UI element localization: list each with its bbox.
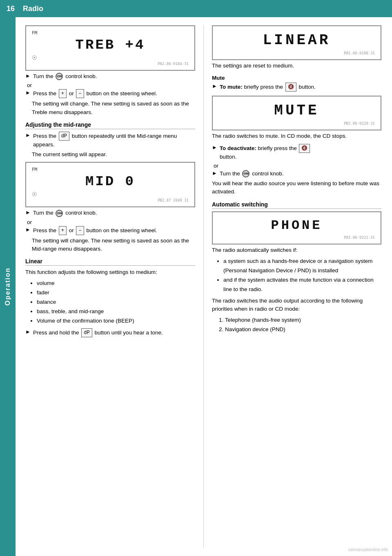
minus-btn-1[interactable]: – bbox=[76, 89, 84, 98]
arrow-icon-9: ► bbox=[212, 170, 217, 176]
main-content: FM TREB +4 ☉ P82.86-9184-31 ► Turn the O… bbox=[16, 17, 392, 556]
mid-fm-label: FM bbox=[32, 167, 37, 172]
auto-note: The radio automatically switches if: bbox=[212, 246, 381, 254]
mute-note: The radio switches to mute. In CD mode, … bbox=[212, 132, 381, 140]
linear-ref: P82.86-9188-31 bbox=[218, 51, 375, 55]
mute-bold: To mute: bbox=[220, 84, 243, 90]
phone-ref: P82.86-9221-31 bbox=[218, 235, 375, 240]
phone-main-text: PHONE bbox=[218, 216, 375, 235]
mid-ref: PB2.87 2849 31 bbox=[32, 198, 189, 202]
arrow-icon-4: ► bbox=[25, 209, 31, 215]
treb-ref: P82.86-9184-31 bbox=[32, 62, 189, 66]
arrow-icon-2: ► bbox=[25, 90, 31, 96]
mid-range-heading: Adjusting the mid-range bbox=[25, 121, 195, 129]
mute-btn-2[interactable]: 🔇 bbox=[299, 144, 310, 153]
mute-ref: PB2.86-9220-31 bbox=[218, 121, 375, 126]
mute-display: MUTE PB2.86-9220-31 bbox=[212, 96, 381, 130]
priority-2: Navigation device (PND) bbox=[225, 325, 381, 334]
mid-main-text: MID 0 bbox=[32, 172, 189, 191]
minus-btn-2[interactable]: – bbox=[76, 226, 84, 235]
header: 16 Radio bbox=[0, 0, 392, 17]
dp-btn-1[interactable]: dP bbox=[59, 132, 69, 141]
priority-list: Telephone (hands-free system) Navigation… bbox=[225, 316, 381, 334]
dp-btn-2[interactable]: dP bbox=[81, 328, 92, 337]
deactivate-text: To deactivate: briefly press the 🔇 butto… bbox=[220, 144, 311, 161]
page-number: 16 bbox=[7, 4, 15, 13]
arrow-icon-6: ► bbox=[25, 329, 31, 335]
or-2: or bbox=[27, 219, 195, 225]
listen-note: You will hear the audio source you were … bbox=[212, 179, 381, 196]
treb-main-text: TREB +4 bbox=[32, 36, 189, 54]
plus-btn-1[interactable]: + bbox=[59, 89, 67, 98]
treb-display: FM TREB +4 ☉ P82.86-9184-31 bbox=[25, 25, 195, 71]
arrow-icon-3: ► bbox=[25, 132, 31, 138]
section-title: Radio bbox=[23, 4, 43, 13]
plus-btn-2[interactable]: + bbox=[59, 226, 67, 235]
sidebar-label: Operation bbox=[4, 267, 11, 306]
bullet-volume: volume bbox=[37, 279, 195, 288]
treb-instr1-text: Turn the ON control knob. bbox=[33, 72, 97, 81]
mute-instr-text: To mute: briefly press the 🔇 button. bbox=[220, 83, 316, 92]
treb-instr2-line: ► Press the + or – button on the steerin… bbox=[25, 89, 195, 98]
linear-bullets: volume fader balance bass, treble, and m… bbox=[37, 279, 195, 326]
bullet-confirmation: Volume of the confirmation tone (BEEP) bbox=[37, 316, 195, 326]
turn-knob-line: ► Turn the ON control knob. bbox=[212, 170, 381, 178]
knob-icon-2: ON bbox=[56, 210, 63, 217]
linear-display: LINEAR P82.86-9188-31 bbox=[212, 25, 381, 60]
or-1: or bbox=[27, 82, 195, 88]
auto-switching-heading: Automatic switching bbox=[212, 201, 381, 209]
bullet-balance: balance bbox=[37, 298, 195, 307]
mid-turn-block: ► Turn the ON control knob. or ► Press t… bbox=[25, 209, 195, 253]
mute-heading: Mute bbox=[212, 75, 381, 81]
linear-desc: This function adjusts the following sett… bbox=[25, 268, 195, 276]
watermark: carmanualsonline.info bbox=[348, 547, 388, 552]
mid-note2: The current setting will appear. bbox=[32, 150, 195, 159]
turn-knob-text: Turn the ON control knob. bbox=[220, 170, 284, 178]
sidebar: Operation bbox=[0, 17, 16, 556]
reset-note: The settings are reset to medium. bbox=[212, 62, 381, 70]
mute-main-text: MUTE bbox=[218, 101, 375, 121]
bullet-fader: fader bbox=[37, 288, 195, 298]
auto-bullet-2: and if the system activates the mute fun… bbox=[223, 276, 381, 294]
treb-fm-label: FM bbox=[32, 30, 37, 36]
arrow-icon-7: ► bbox=[212, 83, 217, 89]
col-left: FM TREB +4 ☉ P82.86-9184-31 ► Turn the O… bbox=[16, 25, 203, 548]
priority-note: The radio switches the audio output acco… bbox=[212, 297, 381, 314]
auto-bullet-1: a system such as a hands-free device or … bbox=[223, 257, 381, 276]
treb-instr2-text: Press the + or – button on the steering … bbox=[33, 89, 157, 98]
mid-instr-block: ► Press the dP button repeatedly until t… bbox=[25, 132, 195, 159]
linear-instr-line: ► Press and hold the dP button until you… bbox=[25, 328, 195, 337]
mid-note3: The setting will change. The new setting… bbox=[32, 237, 195, 253]
linear-main-text: LINEAR bbox=[218, 30, 375, 50]
priority-1: Telephone (hands-free system) bbox=[225, 316, 381, 325]
deactivate-line: ► To deactivate: briefly press the 🔇 but… bbox=[212, 144, 381, 161]
mid-instr5-text: Press the + or – button on the steering … bbox=[33, 226, 157, 235]
mute-instr-line: ► To mute: briefly press the 🔇 button. bbox=[212, 83, 381, 92]
phone-display: PHONE P82.86-9221-31 bbox=[212, 211, 381, 244]
bullet-bass: bass, treble, and mid-range bbox=[37, 307, 195, 316]
mid-instr5-line: ► Press the + or – button on the steerin… bbox=[25, 226, 195, 235]
mid-instr3-line: ► Press the dP button repeatedly until t… bbox=[25, 132, 195, 149]
linear-instr-text: Press and hold the dP button until you h… bbox=[33, 328, 163, 337]
mid-instr4-text: Turn the ON control knob. bbox=[33, 209, 97, 217]
mid-instr3-text: Press the dP button repeatedly until the… bbox=[33, 132, 195, 149]
auto-bullets: a system such as a hands-free device or … bbox=[223, 257, 381, 294]
col-right: LINEAR P82.86-9188-31 The settings are r… bbox=[203, 25, 391, 548]
or-3: or bbox=[214, 163, 381, 169]
arrow-icon-1: ► bbox=[25, 73, 31, 79]
mid-instr4-line: ► Turn the ON control knob. bbox=[25, 209, 195, 217]
knob-icon-1: ON bbox=[56, 73, 63, 80]
treb-instr1-line: ► Turn the ON control knob. bbox=[25, 72, 195, 81]
arrow-icon-8: ► bbox=[212, 144, 217, 150]
mute-btn-1[interactable]: 🔇 bbox=[285, 83, 296, 92]
mid-display: FM MID 0 ☉ PB2.87 2849 31 bbox=[25, 162, 195, 207]
arrow-icon-5: ► bbox=[25, 226, 31, 233]
deactivate-bold: To deactivate: bbox=[220, 145, 256, 151]
treb-instr-block: ► Turn the ON control knob. or ► Press t… bbox=[25, 72, 195, 117]
treb-note1: The setting will change. The new setting… bbox=[32, 100, 195, 117]
linear-heading: Linear bbox=[25, 258, 195, 266]
knob-icon-3: ON bbox=[242, 170, 249, 177]
